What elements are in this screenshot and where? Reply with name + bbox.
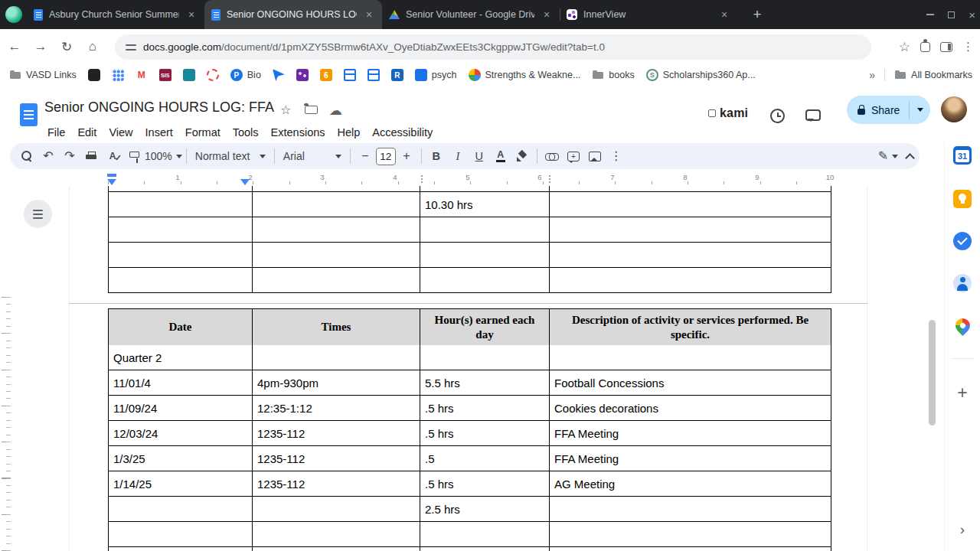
decrease-font-size-button[interactable]: − — [354, 146, 376, 166]
insert-link-button[interactable] — [541, 146, 563, 166]
bookmark-purple-site[interactable] — [296, 69, 309, 81]
table-cell[interactable]: Quarter 2 — [109, 345, 253, 370]
home-icon[interactable]: ⌂ — [81, 35, 104, 58]
bookmark-books[interactable]: books — [592, 69, 634, 81]
table-cell[interactable] — [550, 547, 831, 551]
browser-tab[interactable]: Senior ONGOING HOURS LOG:× — [204, 0, 382, 29]
table-cell[interactable] — [550, 243, 831, 268]
text-color-button[interactable]: A — [490, 146, 511, 166]
editing-mode-select[interactable]: ✎ — [877, 146, 899, 166]
print-button[interactable] — [80, 146, 102, 166]
table-cell[interactable] — [420, 186, 550, 191]
extensions-icon[interactable] — [920, 42, 930, 52]
table-cell[interactable] — [253, 186, 420, 191]
table-cell[interactable] — [550, 268, 831, 293]
table-cell[interactable] — [420, 522, 550, 547]
bookmark-pointer-site[interactable] — [273, 69, 285, 81]
toolbar-more-button[interactable]: ⋮ — [606, 146, 627, 166]
keep-button[interactable] — [951, 187, 974, 210]
table-column-grip[interactable] — [421, 175, 423, 183]
bookmark-sis[interactable]: SIS — [159, 69, 172, 81]
table-cell[interactable]: 10.30 hrs — [420, 192, 550, 217]
table-cell[interactable] — [420, 268, 550, 293]
table-cell[interactable]: Description of activity or services perf… — [550, 309, 831, 346]
table-cell[interactable]: .5 hrs — [420, 396, 550, 421]
underline-button[interactable]: U — [469, 146, 490, 166]
table-cell[interactable]: 1/3/25 — [109, 446, 253, 471]
menu-item[interactable]: View — [103, 125, 139, 140]
table-cell[interactable]: Cookies decorations — [550, 396, 831, 421]
table-cell[interactable]: 11/09/24 — [109, 396, 253, 421]
share-button[interactable]: Share — [847, 96, 930, 124]
table-cell[interactable]: .5 hrs — [420, 471, 550, 497]
redo-button[interactable]: ↷ — [59, 146, 80, 166]
table-cell[interactable]: AG Meeting — [550, 471, 831, 497]
table-cell[interactable] — [550, 522, 831, 547]
bookmark-strengths[interactable]: Strengths & Weakne... — [469, 69, 581, 81]
table-cell[interactable] — [550, 186, 831, 191]
spellcheck-button[interactable]: A✓ — [102, 146, 123, 166]
table-column-grip[interactable] — [549, 175, 550, 183]
table-cell[interactable] — [253, 217, 420, 243]
table-cell[interactable] — [253, 243, 420, 268]
table-cell[interactable]: FFA Meeting — [550, 421, 831, 446]
forward-icon[interactable]: → — [29, 35, 52, 58]
reload-icon[interactable]: ↻ — [55, 35, 78, 58]
undo-button[interactable]: ↶ — [38, 146, 59, 166]
maps-button[interactable] — [951, 314, 974, 337]
first-line-indent-marker[interactable] — [107, 174, 116, 177]
table-cell[interactable] — [109, 522, 253, 547]
table-cell[interactable]: 12/03/24 — [109, 421, 253, 446]
browser-profile-icon[interactable] — [5, 6, 22, 23]
kami-extension-button[interactable]: kami — [708, 106, 748, 120]
bookmark-scholarships360[interactable]: SScholarships360 Ap... — [646, 69, 756, 81]
bookmark-gmail[interactable]: M — [136, 69, 148, 81]
menu-item[interactable]: Accessibility — [366, 125, 439, 140]
browser-tab[interactable]: InnerView× — [560, 0, 737, 29]
all-bookmarks-button[interactable]: All Bookmarks — [894, 69, 972, 81]
table-cell[interactable]: 2.5 hrs — [420, 497, 550, 522]
minimize-icon[interactable] — [926, 14, 934, 15]
bookmark-teal-site[interactable] — [183, 69, 195, 81]
bookmark-sheet-1[interactable] — [344, 69, 356, 81]
menu-item[interactable]: File — [41, 125, 71, 140]
tab-close-icon[interactable]: × — [541, 8, 553, 21]
table-cell[interactable]: FFA Meeting — [550, 446, 831, 471]
vertical-scrollbar[interactable] — [929, 320, 936, 425]
table-cell[interactable]: 11/01/4 — [109, 370, 253, 396]
menu-item[interactable]: Extensions — [265, 125, 332, 140]
font-size-input[interactable]: 12 — [376, 148, 396, 165]
horizontal-ruler[interactable]: 12345678910 — [69, 171, 867, 186]
document-title[interactable]: Senior ONGOING HOURS LOG: FFA — [44, 99, 274, 116]
table-cell[interactable] — [253, 192, 420, 217]
get-addons-button[interactable]: + — [951, 381, 974, 404]
bookmark-bio[interactable]: PBio — [230, 69, 261, 81]
browser-tab[interactable]: Asbury Church Senior Summer× — [27, 0, 204, 29]
table-cell[interactable] — [550, 345, 831, 370]
table-cell[interactable] — [109, 192, 253, 217]
tasks-button[interactable] — [951, 230, 974, 253]
table-cell[interactable]: 1235-112 — [253, 471, 420, 497]
table-cell[interactable] — [253, 497, 420, 522]
bookmarks-overflow-icon[interactable]: » — [869, 69, 875, 81]
table-cell[interactable] — [109, 547, 253, 551]
zoom-select[interactable]: 100% — [145, 146, 182, 166]
table-cell[interactable]: 4pm-930pm — [253, 370, 420, 396]
google-docs-logo[interactable] — [20, 103, 38, 126]
bookmark-r-site[interactable]: R — [391, 69, 403, 81]
table-cell[interactable] — [109, 217, 253, 243]
bookmark-six-site[interactable]: 6 — [320, 69, 332, 81]
browser-menu-icon[interactable]: ⋮ — [962, 40, 974, 54]
table-cell[interactable] — [253, 547, 420, 551]
calendar-button[interactable] — [951, 144, 974, 167]
table-cell[interactable] — [550, 217, 831, 243]
increase-font-size-button[interactable]: + — [396, 146, 417, 166]
table-cell[interactable] — [420, 547, 550, 551]
bookmark-star-icon[interactable]: ☆ — [899, 39, 910, 55]
bookmark-vasd-links[interactable]: VASD Links — [9, 69, 77, 81]
new-tab-button[interactable]: + — [748, 6, 766, 23]
menu-item[interactable]: Format — [179, 125, 227, 140]
search-menus-button[interactable] — [16, 146, 38, 166]
omnibox[interactable]: docs.google.com/document/d/1pmXZY5SBrmw6… — [115, 34, 871, 60]
table-cell[interactable]: .5 hrs — [420, 421, 550, 446]
